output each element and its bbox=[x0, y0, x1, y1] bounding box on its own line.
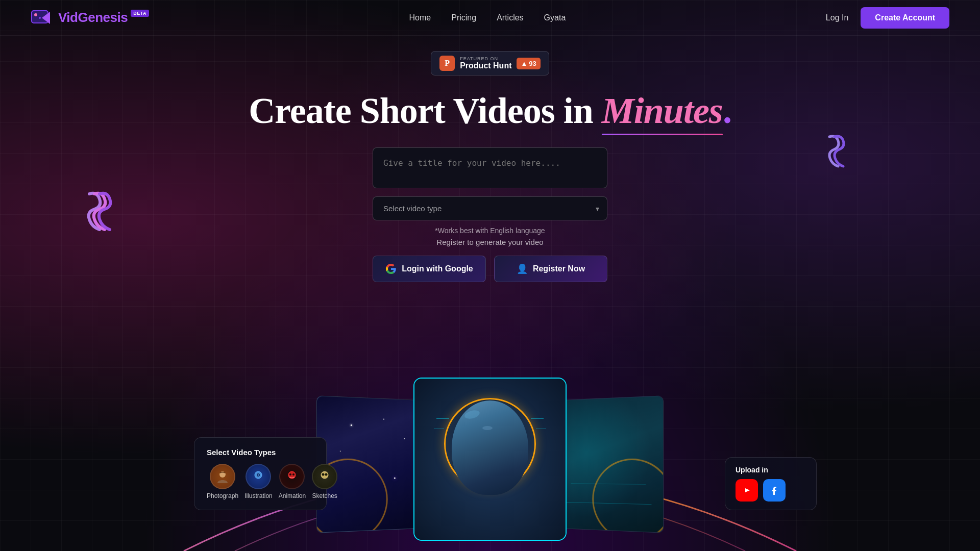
svg-point-3 bbox=[39, 17, 41, 19]
google-login-button[interactable]: Login with Google bbox=[373, 256, 486, 282]
illustration-label: Illustration bbox=[244, 492, 273, 499]
user-icon: 👤 bbox=[517, 263, 528, 274]
nav-links: Home Pricing Articles Gyata bbox=[409, 13, 566, 22]
svg-point-2 bbox=[34, 13, 37, 16]
center-video-preview bbox=[413, 378, 567, 541]
login-link[interactable]: Log In bbox=[826, 13, 848, 22]
nav-right: Log In Create Account bbox=[826, 7, 949, 29]
upload-panel: Upload in bbox=[725, 457, 817, 510]
bottom-section: Select Video Types Photograph bbox=[0, 378, 980, 551]
svg-point-7 bbox=[258, 474, 259, 476]
upload-icons bbox=[736, 479, 806, 502]
ph-number: 93 bbox=[529, 60, 536, 67]
logo-area: VidGenesis BETA bbox=[31, 7, 149, 29]
beta-badge: BETA bbox=[131, 10, 149, 17]
animation-icon bbox=[279, 464, 305, 489]
ph-count: ▲ 93 bbox=[517, 58, 540, 69]
illustration-icon bbox=[246, 464, 271, 489]
svg-point-9 bbox=[289, 473, 291, 475]
animation-label: Animation bbox=[279, 492, 306, 499]
select-types-title: Select Video Types bbox=[207, 448, 314, 457]
svg-point-12 bbox=[322, 473, 325, 476]
sketches-label: Sketches bbox=[312, 492, 337, 499]
product-hunt-badge[interactable]: P FEATURED ON Product Hunt ▲ 93 bbox=[431, 51, 549, 76]
hero-heading: Create Short Videos in Minutes. bbox=[249, 90, 731, 132]
upload-title: Upload in bbox=[736, 466, 806, 474]
social-media-icon[interactable] bbox=[763, 479, 786, 502]
nav-gyata[interactable]: Gyata bbox=[544, 13, 566, 22]
video-type-select[interactable]: Select video type bbox=[373, 196, 607, 220]
action-buttons: Login with Google 👤 Register Now bbox=[373, 256, 607, 282]
nav-home[interactable]: Home bbox=[409, 13, 431, 22]
video-types-grid: Photograph Illustration bbox=[207, 464, 314, 499]
works-best-text: *Works best with English language bbox=[435, 227, 545, 235]
logo-text: VidGenesis bbox=[58, 10, 128, 26]
photograph-label: Photograph bbox=[207, 492, 238, 499]
ph-name: Product Hunt bbox=[460, 61, 511, 70]
video-type-illustration[interactable]: Illustration bbox=[244, 464, 273, 499]
create-account-button[interactable]: Create Account bbox=[861, 7, 949, 29]
register-btn-label: Register Now bbox=[533, 264, 585, 273]
video-type-photograph[interactable]: Photograph bbox=[207, 464, 238, 499]
ph-text: FEATURED ON Product Hunt bbox=[460, 56, 511, 70]
register-button[interactable]: 👤 Register Now bbox=[494, 256, 607, 282]
title-input-container bbox=[373, 147, 607, 190]
svg-point-13 bbox=[325, 473, 328, 476]
youtube-icon[interactable] bbox=[736, 479, 758, 502]
video-type-animation[interactable]: Animation bbox=[279, 464, 306, 499]
nav-pricing[interactable]: Pricing bbox=[451, 13, 476, 22]
video-title-input[interactable] bbox=[373, 147, 607, 188]
google-icon bbox=[385, 263, 397, 274]
video-type-select-wrapper: Select video type ▾ bbox=[373, 196, 607, 220]
right-video-panel bbox=[555, 395, 664, 533]
video-type-sketches[interactable]: Sketches bbox=[312, 464, 337, 499]
svg-point-10 bbox=[292, 473, 295, 475]
main-content: P FEATURED ON Product Hunt ▲ 93 Create S… bbox=[0, 36, 980, 282]
ph-featured-label: FEATURED ON bbox=[460, 56, 511, 61]
svg-point-14 bbox=[324, 472, 325, 473]
hero-heading-period: . bbox=[723, 90, 731, 131]
ph-triangle: ▲ bbox=[521, 60, 527, 67]
sketches-icon bbox=[312, 464, 337, 489]
ph-logo-icon: P bbox=[439, 56, 455, 71]
select-video-types-panel: Select Video Types Photograph bbox=[194, 437, 327, 510]
photograph-icon bbox=[210, 464, 235, 489]
hero-heading-minutes: Minutes bbox=[602, 90, 723, 132]
navbar: VidGenesis BETA Home Pricing Articles Gy… bbox=[0, 0, 980, 36]
logo-icon bbox=[31, 7, 53, 29]
register-text: Register to generate your video bbox=[436, 238, 543, 246]
google-btn-label: Login with Google bbox=[402, 264, 473, 273]
hero-heading-part1: Create Short Videos in bbox=[249, 90, 602, 131]
nav-articles[interactable]: Articles bbox=[497, 13, 523, 22]
